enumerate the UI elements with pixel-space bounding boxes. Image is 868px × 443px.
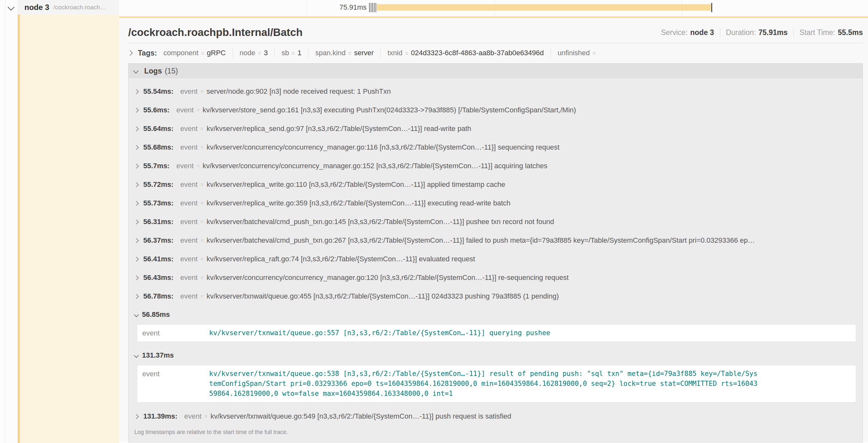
overview-item: Start Time:55.5ms (800, 28, 863, 37)
tags-label: Tags: (138, 49, 157, 58)
log-field-key: event (180, 180, 197, 189)
chevron-right-icon (134, 275, 139, 280)
tag-value: 024d3323-6c8f-4863-aa8b-37ab0e63496d (411, 49, 544, 57)
log-field-key: event (180, 87, 197, 96)
log-field-value: kv/kvserver/txnwait/queue.go:538 [n3,s3,… (209, 369, 757, 399)
log-field-key: event (184, 412, 202, 420)
log-timestamp: 55.6ms: (143, 106, 169, 114)
log-timestamp: 55.68ms: (143, 143, 174, 151)
log-equals: = (200, 218, 204, 225)
tag-separator (232, 48, 233, 58)
log-entry-row[interactable]: 55.54ms:event=server/node.go:902 [n3] no… (134, 82, 858, 101)
logs-accordion-header[interactable]: Logs (15) (128, 64, 863, 78)
tag-item: unfinished= (558, 49, 598, 57)
log-entry-row[interactable]: 56.78ms:event=kv/kvserver/txnwait/queue.… (134, 287, 858, 306)
span-bar-row[interactable]: node 3 /cockroach.roach… 75.91ms (0, 0, 868, 14)
log-entry-row[interactable]: 131.39ms:event=kv/kvserver/txnwait/queue… (134, 407, 858, 426)
log-message: kv/kvserver/concurrency/concurrency_mana… (207, 143, 560, 151)
log-timestamp: 55.72ms: (143, 180, 174, 189)
overview-label: Service: (661, 28, 687, 37)
log-message: kv/kvserver/batcheval/cmd_push_txn.go:26… (207, 236, 755, 245)
log-entry-expanded-header[interactable]: 56.85ms (134, 306, 858, 323)
tag-equals: = (258, 50, 261, 57)
chevron-right-icon (134, 182, 139, 187)
log-field-key: event (176, 106, 194, 114)
log-entry-row[interactable]: 56.43ms:event=kv/kvserver/concurrency/co… (134, 268, 858, 287)
overview-item: Duration:75.91ms (726, 28, 788, 37)
log-entry-row[interactable]: 56.31ms:event=kv/kvserver/batcheval/cmd_… (134, 212, 858, 231)
log-entry-row[interactable]: 55.64ms:event=kv/kvserver/replica_send.g… (134, 120, 858, 138)
log-equals: = (200, 237, 204, 244)
overview-value: 75.91ms (758, 28, 788, 37)
chevron-right-icon (134, 219, 139, 225)
log-equals: = (200, 126, 204, 132)
collapse-span-chevron-down-icon[interactable] (8, 4, 14, 10)
chevron-right-icon (134, 145, 139, 150)
log-entry-row[interactable]: 55.7ms:event=kv/kvserver/concurrency/con… (134, 157, 858, 175)
overview-separator (794, 28, 794, 37)
span-indent-column (18, 14, 119, 443)
overview-value: node 3 (690, 28, 714, 37)
overview-separator (720, 28, 720, 37)
log-message: kv/kvserver/replica_write.go:359 [n3,s3,… (207, 199, 510, 207)
trace-span-detail-view: node 3 /cockroach.roach… 75.91ms /cockro… (0, 0, 868, 443)
overview-item: Service:node 3 (661, 28, 714, 37)
tag-key: span.kind (315, 49, 345, 57)
tag-value: 1 (298, 49, 301, 57)
log-message: kv/kvserver/replica_write.go:110 [n3,s3,… (207, 180, 505, 189)
log-entry-row[interactable]: 56.41ms:event=kv/kvserver/replica_raft.g… (134, 250, 858, 268)
log-equals: = (196, 107, 200, 113)
chevron-right-icon (134, 163, 139, 169)
log-field-key: event (180, 273, 197, 282)
log-field-value: kv/kvserver/txnwait/queue.go:557 [n3,s3,… (209, 328, 550, 338)
log-equals: = (200, 200, 204, 206)
log-entry-row[interactable]: 56.37ms:event=kv/kvserver/batcheval/cmd_… (134, 231, 858, 250)
log-field-key: event (176, 162, 194, 170)
log-equals: = (200, 181, 204, 188)
tag-equals: = (592, 50, 596, 57)
tag-separator (380, 48, 381, 58)
span-name-cell[interactable]: node 3 /cockroach.roach… (18, 0, 119, 14)
log-timestamp: 56.78ms: (143, 292, 174, 301)
logs-list: 55.54ms:event=server/node.go:902 [n3] no… (128, 78, 863, 442)
span-service-name: node 3 (24, 3, 49, 12)
log-equals: = (200, 88, 204, 95)
log-timestamp: 56.31ms: (143, 218, 174, 226)
log-field-key: event (180, 236, 197, 245)
chevron-down-icon (134, 353, 139, 358)
log-entry-row[interactable]: 55.73ms:event=kv/kvserver/replica_write.… (134, 194, 858, 212)
log-message: kv/kvserver/replica_raft.go:74 [n3,s3,r6… (207, 255, 475, 263)
log-equals: = (200, 256, 204, 262)
log-equals: = (196, 163, 200, 169)
log-entry-row[interactable]: 55.68ms:event=kv/kvserver/concurrency/co… (134, 138, 858, 157)
log-timestamp: 56.41ms: (143, 255, 174, 263)
log-timestamp: 56.85ms (142, 310, 170, 319)
chevron-right-icon (134, 126, 139, 131)
tags-accordion-header[interactable]: Tags: component=gRPCnode=3sb=1span.kind=… (128, 46, 863, 60)
log-message: server/node.go:902 [n3] node received re… (207, 87, 391, 96)
log-timestamp: 55.54ms: (143, 87, 174, 96)
log-message: kv/kvserver/batcheval/cmd_push_txn.go:14… (207, 218, 554, 226)
log-entry-row[interactable]: 55.6ms:event=kv/kvserver/store_send.go:1… (134, 101, 858, 120)
log-message: kv/kvserver/concurrency/concurrency_mana… (203, 162, 548, 170)
log-field-key: event (180, 125, 197, 133)
log-equals: = (200, 293, 204, 300)
span-detail-panel: /cockroach.roachpb.Internal/Batch Servic… (119, 16, 868, 442)
span-duration-bar[interactable] (377, 4, 711, 10)
tag-equals: = (348, 50, 352, 57)
tag-item: span.kind=server (315, 49, 374, 57)
overview-label: Duration: (726, 28, 756, 37)
tags-list: component=gRPCnode=3sb=1span.kind=server… (163, 48, 598, 58)
log-entry-row[interactable]: 55.72ms:event=kv/kvserver/replica_write.… (134, 175, 858, 194)
log-timestamp: 56.37ms: (143, 236, 174, 245)
chevron-down-icon (134, 312, 139, 317)
tag-key: sb (281, 49, 289, 57)
tag-value: gRPC (207, 49, 226, 57)
log-timestamp: 55.73ms: (143, 199, 174, 207)
span-overview: Service:node 3Duration:75.91msStart Time… (661, 28, 863, 37)
chevron-right-icon (134, 238, 139, 243)
chevron-right-icon (134, 257, 139, 262)
logs-footer-note: Log timestamps are relative to the start… (134, 426, 858, 438)
title-divider (128, 43, 863, 43)
log-entry-expanded-header[interactable]: 131.37ms (134, 346, 858, 364)
